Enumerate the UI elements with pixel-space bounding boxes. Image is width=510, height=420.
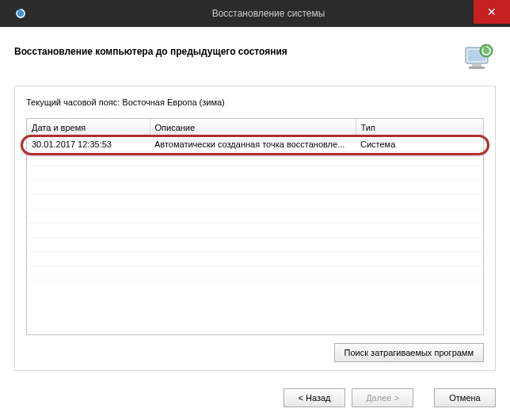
restore-computer-icon	[461, 41, 496, 71]
column-header-description[interactable]: Описание	[150, 119, 356, 136]
cancel-button[interactable]: Отмена	[434, 388, 496, 407]
next-button[interactable]: Далее >	[352, 388, 413, 407]
svg-rect-3	[472, 63, 481, 67]
system-restore-icon	[14, 7, 27, 20]
table-row[interactable]: 30.01.2017 12:35:53 Автоматически создан…	[27, 136, 483, 151]
table-row	[27, 265, 483, 280]
table-row	[27, 223, 483, 237]
cell-type: Система	[356, 136, 483, 151]
svg-rect-4	[469, 67, 485, 69]
table-row	[27, 166, 483, 180]
column-header-type[interactable]: Тип	[356, 119, 483, 136]
column-header-datetime[interactable]: Дата и время	[27, 119, 150, 136]
timezone-label: Текущий часовой пояс: Восточная Европа (…	[26, 97, 484, 107]
page-title: Восстановление компьютера до предыдущего…	[14, 41, 461, 57]
table-row	[27, 208, 483, 223]
scan-affected-button[interactable]: Поиск затрагиваемых программ	[334, 343, 484, 362]
close-icon: ✕	[487, 6, 497, 17]
table-row	[27, 251, 483, 265]
panel-footer: Поиск затрагиваемых программ	[26, 343, 484, 362]
close-button[interactable]: ✕	[474, 0, 510, 24]
back-button[interactable]: < Назад	[284, 388, 345, 407]
window-title: Восстановление системы	[33, 8, 504, 19]
table-row	[27, 194, 483, 208]
table-row	[27, 180, 483, 194]
svg-point-0	[16, 9, 25, 18]
table-row	[27, 237, 483, 251]
wizard-header: Восстановление компьютера до предыдущего…	[14, 41, 496, 71]
restore-points-table-container: Дата и время Описание Тип 30.01.2017 12:…	[26, 118, 484, 335]
cell-description: Автоматически созданная точка восстановл…	[150, 136, 356, 151]
content: Восстановление компьютера до предыдущего…	[0, 27, 510, 380]
wizard-footer: < Назад Далее > Отмена	[0, 380, 510, 420]
cell-datetime: 30.01.2017 12:35:53	[27, 136, 150, 151]
table-row	[27, 151, 483, 166]
restore-points-table: Дата и время Описание Тип 30.01.2017 12:…	[27, 119, 483, 281]
system-restore-window: Восстановление системы ✕ Восстановление …	[0, 0, 510, 420]
restore-point-panel: Текущий часовой пояс: Восточная Европа (…	[14, 86, 496, 371]
titlebar: Восстановление системы ✕	[0, 0, 510, 27]
